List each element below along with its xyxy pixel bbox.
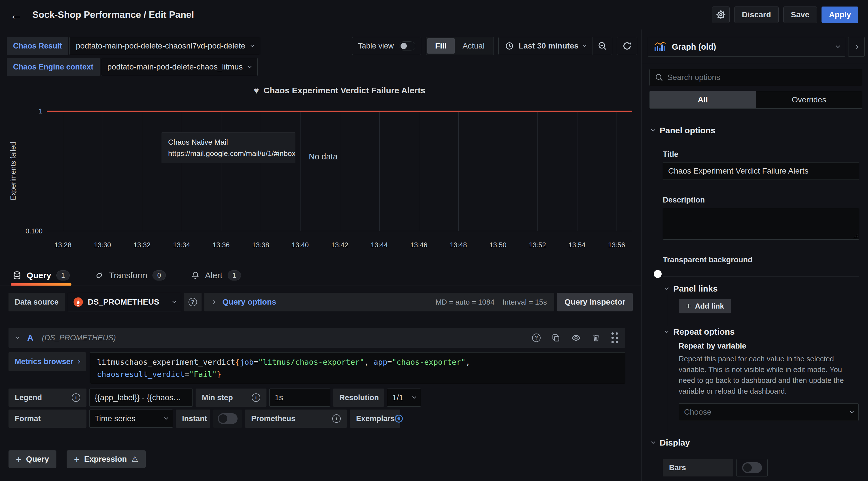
metrics-browser-button[interactable]: Metrics browser bbox=[8, 352, 86, 371]
save-button[interactable]: Save bbox=[783, 6, 817, 23]
query-options-row-2: Format Time series Instant Prometheus bbox=[8, 410, 633, 428]
tab-query[interactable]: Query 1 bbox=[12, 265, 70, 285]
query-row-header[interactable]: A (DS_PROMETHEUS) ? bbox=[8, 328, 625, 348]
gridline bbox=[182, 111, 182, 231]
chevron-down-icon bbox=[164, 416, 168, 420]
zoom-out-button[interactable] bbox=[592, 37, 612, 55]
promql-token: = bbox=[254, 358, 258, 366]
query-ref-id: A bbox=[27, 333, 33, 342]
chevron-down-icon bbox=[583, 43, 587, 47]
refresh-button[interactable] bbox=[617, 37, 637, 55]
metrics-browser-label: Metrics browser bbox=[15, 357, 73, 366]
promql-code[interactable]: litmuschaos_experiment_verdict{job="litm… bbox=[90, 352, 625, 384]
variable-value-dropdown[interactable]: podtato-main-pod-delete-chaos_litmus bbox=[101, 58, 258, 76]
variable-chaos-engine-context: Chaos Engine context podtato-main-pod-de… bbox=[7, 58, 258, 76]
repeat-options-header[interactable]: Repeat options bbox=[642, 327, 868, 337]
query-options-toggle[interactable]: Query options bbox=[222, 298, 276, 307]
resolution-field-label: Resolution bbox=[333, 389, 384, 407]
visualization-name: Graph (old) bbox=[672, 42, 831, 52]
panel-link-url[interactable]: https://mail.google.com/mail/u/1/#inbox bbox=[168, 148, 289, 159]
time-range-group: Last 30 minutes bbox=[498, 37, 612, 55]
panel-settings-button[interactable] bbox=[712, 6, 730, 23]
tab-overrides[interactable]: Overrides bbox=[756, 91, 862, 108]
panel-title-input[interactable] bbox=[663, 162, 859, 180]
data-source-help-button[interactable]: ? bbox=[184, 293, 202, 311]
legend-input[interactable] bbox=[89, 389, 193, 407]
format-select[interactable]: Time series bbox=[89, 410, 173, 428]
add-expression-button[interactable]: + Expression ⚠ bbox=[67, 450, 146, 468]
panel-links-header[interactable]: Panel links bbox=[642, 284, 868, 294]
actual-option[interactable]: Actual bbox=[455, 38, 493, 54]
delete-query-button[interactable] bbox=[592, 333, 601, 342]
alert-threshold-line bbox=[47, 111, 632, 112]
add-link-button[interactable]: + Add link bbox=[679, 299, 732, 313]
clock-icon bbox=[505, 41, 514, 51]
repeat-variable-select[interactable]: Choose bbox=[679, 403, 859, 421]
query-help-button[interactable]: ? bbox=[532, 333, 540, 342]
fill-option[interactable]: Fill bbox=[427, 38, 455, 54]
visualization-picker[interactable]: Graph (old) bbox=[648, 37, 845, 57]
tab-label: Transform bbox=[109, 271, 147, 280]
query-options-row-1: Legend i Min step i Resolution 1/1 bbox=[8, 389, 633, 407]
instant-toggle[interactable] bbox=[218, 413, 238, 424]
variable-chaos-result: Chaos Result podtato-main-pod-delete-cha… bbox=[7, 37, 260, 55]
x-tick-label: 13:54 bbox=[557, 241, 597, 249]
toggle-knob bbox=[654, 270, 662, 278]
discard-button[interactable]: Discard bbox=[734, 6, 779, 23]
chevron-down-icon bbox=[172, 299, 176, 303]
promql-token: "chaos-exporter" bbox=[392, 358, 466, 366]
gridline bbox=[537, 111, 538, 231]
bars-option-row: Bars bbox=[663, 459, 859, 477]
tab-alert[interactable]: Alert 1 bbox=[191, 265, 241, 285]
x-tick-label: 13:52 bbox=[518, 241, 557, 249]
variable-label: Chaos Result bbox=[7, 37, 68, 55]
exemplars-control[interactable]: Exemplars bbox=[350, 410, 400, 428]
display-section-header[interactable]: Display bbox=[642, 438, 868, 448]
interval: Interval = 15s bbox=[502, 298, 547, 307]
y-tick-bottom: 0.100 bbox=[14, 227, 42, 235]
search-options-input[interactable] bbox=[667, 73, 857, 82]
tab-transform[interactable]: Transform 0 bbox=[95, 265, 166, 285]
gear-icon bbox=[716, 10, 726, 20]
variable-value-dropdown[interactable]: podtato-main-pod-delete-chaosnl7vd-pod-d… bbox=[69, 37, 260, 55]
instant-toggle-box bbox=[213, 410, 242, 428]
panel-header[interactable]: ♥ Chaos Experiment Verdict Failure Alert… bbox=[47, 86, 632, 95]
warning-icon: ⚠ bbox=[131, 455, 138, 464]
legend-field-label: Legend i bbox=[8, 389, 87, 407]
chevron-down-icon bbox=[836, 44, 840, 48]
data-source-picker[interactable]: DS_PROMETHEUS bbox=[68, 293, 181, 311]
page-title: Sock-Shop Performance / Edit Panel bbox=[32, 9, 194, 20]
panel-description-input[interactable] bbox=[663, 208, 859, 239]
toggle-visibility-button[interactable] bbox=[571, 333, 581, 342]
promql-token: , bbox=[466, 358, 470, 366]
toggle-viz-picker-button[interactable] bbox=[848, 37, 865, 57]
min-step-input[interactable] bbox=[269, 389, 330, 407]
apply-button[interactable]: Apply bbox=[822, 6, 858, 23]
bars-toggle[interactable] bbox=[742, 462, 762, 473]
exemplars-icon bbox=[395, 415, 403, 423]
variable-value: podtato-main-pod-delete-chaosnl7vd-pod-d… bbox=[76, 41, 246, 51]
query-datasource-hint: (DS_PROMETHEUS) bbox=[42, 333, 116, 342]
table-view-toggle[interactable] bbox=[399, 41, 415, 51]
query-row-actions: ? bbox=[532, 332, 618, 343]
resolution-select[interactable]: 1/1 bbox=[387, 389, 421, 407]
data-source-label: Data source bbox=[8, 293, 65, 311]
duplicate-query-button[interactable] bbox=[551, 333, 560, 342]
tab-all[interactable]: All bbox=[650, 91, 756, 108]
promql-token: app bbox=[373, 358, 387, 366]
drag-handle[interactable] bbox=[612, 332, 618, 343]
query-inspector-button[interactable]: Query inspector bbox=[557, 293, 633, 311]
time-range-picker[interactable]: Last 30 minutes bbox=[499, 37, 592, 55]
panel-options-header[interactable]: Panel options bbox=[642, 126, 868, 135]
plot-area[interactable] bbox=[47, 111, 632, 231]
max-data-points: MD = auto = 1084 bbox=[435, 298, 494, 307]
resize-handle[interactable] bbox=[854, 234, 858, 239]
back-arrow-icon[interactable]: ← bbox=[10, 8, 23, 21]
plus-icon: + bbox=[16, 454, 22, 464]
x-tick-label: 13:32 bbox=[122, 241, 162, 249]
chevron-right-icon bbox=[76, 360, 80, 364]
add-query-button[interactable]: + Query bbox=[8, 450, 56, 468]
tab-label: Query bbox=[27, 271, 51, 280]
panel-link-title[interactable]: Chaos Native Mail bbox=[168, 137, 289, 148]
x-tick-label: 13:46 bbox=[399, 241, 439, 249]
